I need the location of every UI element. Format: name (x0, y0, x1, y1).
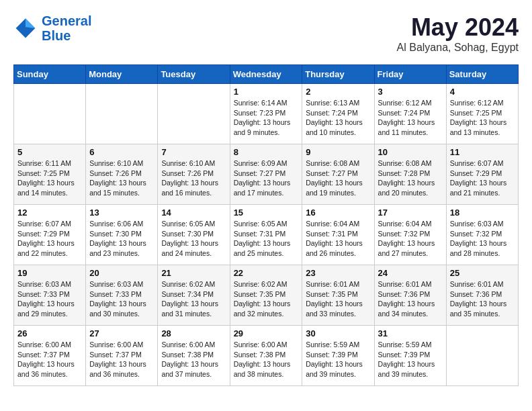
calendar-cell: 18Sunrise: 6:03 AMSunset: 7:32 PMDayligh… (446, 205, 518, 265)
calendar-cell: 4Sunrise: 6:12 AMSunset: 7:25 PMDaylight… (446, 84, 518, 144)
calendar-cell: 5Sunrise: 6:11 AMSunset: 7:25 PMDaylight… (14, 144, 86, 205)
calendar-cell: 22Sunrise: 6:02 AMSunset: 7:35 PMDayligh… (230, 265, 302, 326)
day-detail: Sunrise: 6:05 AMSunset: 7:30 PMDaylight:… (161, 219, 226, 259)
day-detail: Sunrise: 5:59 AMSunset: 7:39 PMDaylight:… (306, 340, 370, 379)
day-number: 12 (17, 208, 82, 218)
day-number: 20 (89, 268, 154, 278)
day-number: 9 (306, 147, 370, 157)
calendar-week-3: 12Sunrise: 6:07 AMSunset: 7:29 PMDayligh… (14, 205, 519, 265)
logo-icon (13, 16, 38, 40)
day-detail: Sunrise: 6:07 AMSunset: 7:29 PMDaylight:… (450, 158, 515, 198)
calendar-cell: 3Sunrise: 6:12 AMSunset: 7:24 PMDaylight… (374, 84, 446, 144)
day-detail: Sunrise: 6:00 AMSunset: 7:37 PMDaylight:… (89, 340, 154, 379)
day-number: 21 (161, 268, 226, 278)
day-number: 25 (450, 268, 515, 278)
calendar-week-2: 5Sunrise: 6:11 AMSunset: 7:25 PMDaylight… (14, 144, 519, 205)
calendar-cell: 20Sunrise: 6:03 AMSunset: 7:33 PMDayligh… (86, 265, 158, 326)
title-block: May 2024 Al Balyana, Sohag, Egypt (397, 13, 519, 54)
day-number: 30 (306, 328, 370, 338)
calendar-cell: 24Sunrise: 6:01 AMSunset: 7:36 PMDayligh… (374, 265, 446, 326)
calendar-cell (158, 84, 230, 144)
day-detail: Sunrise: 6:06 AMSunset: 7:30 PMDaylight:… (89, 219, 154, 259)
calendar-week-1: 1Sunrise: 6:14 AMSunset: 7:23 PMDaylight… (14, 84, 519, 144)
day-detail: Sunrise: 6:03 AMSunset: 7:33 PMDaylight:… (89, 279, 154, 319)
day-number: 8 (234, 147, 299, 157)
day-number: 19 (17, 268, 82, 278)
logo: General Blue (13, 13, 91, 43)
day-number: 16 (306, 208, 370, 218)
calendar-subtitle: Al Balyana, Sohag, Egypt (397, 42, 519, 54)
day-number: 17 (378, 208, 443, 218)
day-detail: Sunrise: 6:02 AMSunset: 7:35 PMDaylight:… (234, 279, 299, 319)
day-detail: Sunrise: 6:00 AMSunset: 7:37 PMDaylight:… (17, 340, 82, 379)
day-number: 26 (17, 328, 82, 338)
day-number: 10 (378, 147, 443, 157)
weekday-header-friday: Friday (374, 65, 446, 84)
day-number: 31 (378, 328, 443, 338)
day-detail: Sunrise: 6:13 AMSunset: 7:24 PMDaylight:… (306, 98, 370, 138)
day-number: 5 (17, 147, 82, 157)
calendar-cell: 14Sunrise: 6:05 AMSunset: 7:30 PMDayligh… (158, 205, 230, 265)
weekday-header-row: SundayMondayTuesdayWednesdayThursdayFrid… (14, 65, 519, 84)
day-number: 3 (378, 87, 443, 97)
svg-marker-1 (26, 19, 35, 28)
day-number: 24 (378, 268, 443, 278)
day-number: 6 (89, 147, 154, 157)
day-detail: Sunrise: 6:01 AMSunset: 7:36 PMDaylight:… (450, 279, 515, 319)
calendar-cell: 17Sunrise: 6:04 AMSunset: 7:32 PMDayligh… (374, 205, 446, 265)
day-number: 4 (450, 87, 515, 97)
calendar-cell: 1Sunrise: 6:14 AMSunset: 7:23 PMDaylight… (230, 84, 302, 144)
calendar-cell (86, 84, 158, 144)
calendar-cell: 15Sunrise: 6:05 AMSunset: 7:31 PMDayligh… (230, 205, 302, 265)
day-detail: Sunrise: 6:01 AMSunset: 7:36 PMDaylight:… (378, 279, 443, 319)
day-number: 15 (234, 208, 299, 218)
day-number: 1 (234, 87, 299, 97)
day-detail: Sunrise: 6:00 AMSunset: 7:38 PMDaylight:… (161, 340, 226, 379)
weekday-header-wednesday: Wednesday (230, 65, 302, 84)
day-detail: Sunrise: 6:14 AMSunset: 7:23 PMDaylight:… (234, 98, 299, 138)
calendar-cell (446, 326, 518, 386)
day-detail: Sunrise: 6:07 AMSunset: 7:29 PMDaylight:… (17, 219, 82, 259)
calendar-week-4: 19Sunrise: 6:03 AMSunset: 7:33 PMDayligh… (14, 265, 519, 326)
calendar-cell: 9Sunrise: 6:08 AMSunset: 7:27 PMDaylight… (302, 144, 374, 205)
day-detail: Sunrise: 6:12 AMSunset: 7:24 PMDaylight:… (378, 98, 443, 138)
day-number: 22 (234, 268, 299, 278)
day-number: 7 (161, 147, 226, 157)
day-detail: Sunrise: 6:03 AMSunset: 7:32 PMDaylight:… (450, 219, 515, 259)
weekday-header-monday: Monday (86, 65, 158, 84)
day-number: 29 (234, 328, 299, 338)
day-detail: Sunrise: 6:09 AMSunset: 7:27 PMDaylight:… (234, 158, 299, 198)
calendar-cell: 30Sunrise: 5:59 AMSunset: 7:39 PMDayligh… (302, 326, 374, 386)
calendar-cell: 8Sunrise: 6:09 AMSunset: 7:27 PMDaylight… (230, 144, 302, 205)
calendar-cell: 23Sunrise: 6:01 AMSunset: 7:35 PMDayligh… (302, 265, 374, 326)
calendar-cell: 13Sunrise: 6:06 AMSunset: 7:30 PMDayligh… (86, 205, 158, 265)
weekday-header-thursday: Thursday (302, 65, 374, 84)
day-number: 27 (89, 328, 154, 338)
day-detail: Sunrise: 5:59 AMSunset: 7:39 PMDaylight:… (378, 340, 443, 379)
day-detail: Sunrise: 6:10 AMSunset: 7:26 PMDaylight:… (161, 158, 226, 198)
calendar-cell (14, 84, 86, 144)
logo-text: General Blue (42, 13, 91, 43)
day-detail: Sunrise: 6:12 AMSunset: 7:25 PMDaylight:… (450, 98, 515, 138)
calendar-week-5: 26Sunrise: 6:00 AMSunset: 7:37 PMDayligh… (14, 326, 519, 386)
day-detail: Sunrise: 6:04 AMSunset: 7:31 PMDaylight:… (306, 219, 370, 259)
day-detail: Sunrise: 6:01 AMSunset: 7:35 PMDaylight:… (306, 279, 370, 319)
calendar-cell: 12Sunrise: 6:07 AMSunset: 7:29 PMDayligh… (14, 205, 86, 265)
day-number: 13 (89, 208, 154, 218)
calendar-title: May 2024 (397, 13, 519, 42)
calendar-cell: 6Sunrise: 6:10 AMSunset: 7:26 PMDaylight… (86, 144, 158, 205)
calendar-cell: 29Sunrise: 6:00 AMSunset: 7:38 PMDayligh… (230, 326, 302, 386)
day-detail: Sunrise: 6:03 AMSunset: 7:33 PMDaylight:… (17, 279, 82, 319)
calendar-cell: 31Sunrise: 5:59 AMSunset: 7:39 PMDayligh… (374, 326, 446, 386)
calendar-cell: 19Sunrise: 6:03 AMSunset: 7:33 PMDayligh… (14, 265, 86, 326)
page-header: General Blue May 2024 Al Balyana, Sohag,… (13, 13, 519, 54)
weekday-header-sunday: Sunday (14, 65, 86, 84)
calendar-cell: 27Sunrise: 6:00 AMSunset: 7:37 PMDayligh… (86, 326, 158, 386)
weekday-header-tuesday: Tuesday (158, 65, 230, 84)
calendar-table: SundayMondayTuesdayWednesdayThursdayFrid… (13, 64, 519, 386)
day-detail: Sunrise: 6:00 AMSunset: 7:38 PMDaylight:… (234, 340, 299, 379)
calendar-cell: 2Sunrise: 6:13 AMSunset: 7:24 PMDaylight… (302, 84, 374, 144)
day-detail: Sunrise: 6:08 AMSunset: 7:27 PMDaylight:… (306, 158, 370, 198)
calendar-cell: 7Sunrise: 6:10 AMSunset: 7:26 PMDaylight… (158, 144, 230, 205)
day-number: 18 (450, 208, 515, 218)
